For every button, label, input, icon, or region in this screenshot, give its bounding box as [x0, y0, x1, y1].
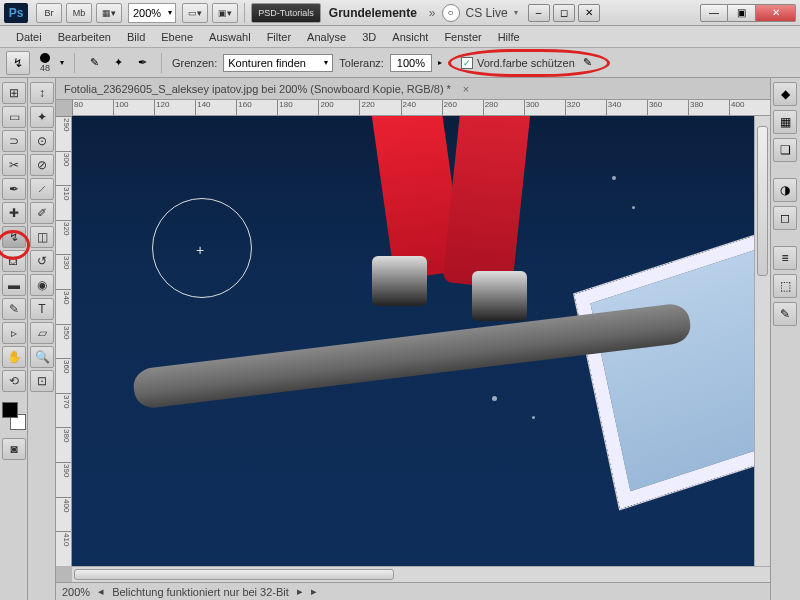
inner-close-button[interactable]: ✕: [578, 4, 600, 22]
magic-wand-tool[interactable]: ✦: [30, 106, 54, 128]
horizontal-scrollbar[interactable]: [72, 566, 770, 582]
brush-dot-icon: [40, 53, 50, 63]
zoom-tool[interactable]: 🔍: [30, 346, 54, 368]
color-panel-icon[interactable]: ◆: [773, 82, 797, 106]
workspace-psd-tutorials[interactable]: PSD-Tutorials: [251, 3, 321, 23]
ruler-tick: 260: [442, 100, 483, 115]
menu-auswahl[interactable]: Auswahl: [201, 28, 259, 46]
paths-panel-icon[interactable]: ✎: [773, 302, 797, 326]
menu-bild[interactable]: Bild: [119, 28, 153, 46]
protect-foreground-checkbox[interactable]: ✓: [461, 57, 473, 69]
scrollbar-thumb[interactable]: [757, 126, 768, 276]
cs-live-label[interactable]: CS Live: [460, 6, 514, 20]
menu-datei[interactable]: Datei: [8, 28, 50, 46]
arrange-button[interactable]: ▭▾: [182, 3, 208, 23]
minimize-button[interactable]: —: [700, 4, 728, 22]
inner-window-buttons: – ◻ ✕: [528, 4, 600, 22]
close-button[interactable]: ✕: [756, 4, 796, 22]
lasso-tool[interactable]: ⊃: [2, 130, 26, 152]
menu-filter[interactable]: Filter: [259, 28, 299, 46]
type-tool[interactable]: T: [30, 298, 54, 320]
sampling-icon[interactable]: ✦: [109, 54, 127, 72]
document-tab-close-icon[interactable]: ×: [459, 82, 473, 96]
menu-bearbeiten[interactable]: Bearbeiten: [50, 28, 119, 46]
grenzen-dropdown[interactable]: Konturen finden: [223, 54, 333, 72]
maximize-button[interactable]: ▣: [728, 4, 756, 22]
scrollbar-thumb[interactable]: [74, 569, 394, 580]
inner-max-button[interactable]: ◻: [553, 4, 575, 22]
tablet-pressure-icon[interactable]: ✎: [579, 54, 597, 72]
zoom-selector[interactable]: 200%: [128, 3, 176, 23]
adjustments-panel-icon[interactable]: ◑: [773, 178, 797, 202]
swatches-panel-icon[interactable]: ▦: [773, 110, 797, 134]
status-nav-right-icon[interactable]: ▸: [297, 585, 303, 598]
menu-analyse[interactable]: Analyse: [299, 28, 354, 46]
marquee-tool[interactable]: ▭: [2, 106, 26, 128]
channels-panel-icon[interactable]: ⬚: [773, 274, 797, 298]
history-brush-tool[interactable]: ↺: [30, 250, 54, 272]
menu-3d[interactable]: 3D: [354, 28, 384, 46]
ruler-tick: 300: [56, 151, 71, 186]
3d-rotate-tool[interactable]: ⟲: [2, 370, 26, 392]
quick-mask-tool[interactable]: ◙: [2, 438, 26, 460]
styles-panel-icon[interactable]: ❏: [773, 138, 797, 162]
inner-min-button[interactable]: –: [528, 4, 550, 22]
eyedropper-tool[interactable]: ✒: [2, 178, 26, 200]
brush-options-icon[interactable]: ✎: [85, 54, 103, 72]
toleranz-field[interactable]: 100%: [390, 54, 432, 72]
cs-live-icon[interactable]: ○: [442, 4, 460, 22]
background-eraser-tool[interactable]: ↯: [2, 226, 26, 248]
eyedropper-icon[interactable]: ✒: [133, 54, 151, 72]
crop-tool[interactable]: ✂: [2, 154, 26, 176]
color-swatches[interactable]: [2, 402, 26, 430]
document-tab[interactable]: Fotolia_23629605_S_aleksey ipatov.jpg be…: [56, 78, 770, 100]
masks-panel-icon[interactable]: ◻: [773, 206, 797, 230]
canvas[interactable]: +: [72, 116, 754, 566]
hand-tool[interactable]: ✋: [2, 346, 26, 368]
ruler-tick: 200: [318, 100, 359, 115]
ruler-tick: 340: [56, 289, 71, 324]
gradient-tool[interactable]: ▬: [2, 274, 26, 296]
quick-selection-tool[interactable]: ⊙: [30, 130, 54, 152]
3d-camera-tool[interactable]: ⊡: [30, 370, 54, 392]
status-nav-left-icon[interactable]: ◂: [98, 585, 104, 598]
minibridge-button[interactable]: Mb: [66, 3, 92, 23]
layers-panel-icon[interactable]: ≡: [773, 246, 797, 270]
horizontal-ruler[interactable]: 80 100 120 140 160 180 200 220 240 260 2…: [72, 100, 770, 116]
move-tool[interactable]: ⊞: [2, 82, 26, 104]
eraser-tool[interactable]: ◫: [30, 226, 54, 248]
menu-ebene[interactable]: Ebene: [153, 28, 201, 46]
toleranz-flyout-icon[interactable]: ▸: [438, 58, 442, 67]
workspace-grundelemente[interactable]: Grundelemente: [323, 6, 423, 20]
tool-preset-icon[interactable]: ↯: [6, 51, 30, 75]
vertical-ruler[interactable]: 290 300 310 320 330 340 350 360 370 380 …: [56, 116, 72, 566]
brush-tool[interactable]: ✐: [30, 202, 54, 224]
cs-live-dropdown-icon[interactable]: ▾: [514, 8, 518, 17]
path-selection-tool[interactable]: ▹: [2, 322, 26, 344]
vertical-scrollbar[interactable]: [754, 116, 770, 566]
brush-preview[interactable]: 48: [40, 53, 50, 73]
workspace-more-icon[interactable]: »: [423, 6, 442, 20]
view-extras-button[interactable]: ▦▾: [96, 3, 122, 23]
ruler-tick: 340: [606, 100, 647, 115]
menu-ansicht[interactable]: Ansicht: [384, 28, 436, 46]
canvas-frame-shape: [574, 223, 754, 510]
clone-stamp-tool[interactable]: ⛋: [2, 250, 26, 272]
menu-fenster[interactable]: Fenster: [436, 28, 489, 46]
screen-mode-button[interactable]: ▣▾: [212, 3, 238, 23]
status-zoom[interactable]: 200%: [62, 586, 90, 598]
blur-tool[interactable]: ◉: [30, 274, 54, 296]
move-alt-tool[interactable]: ↕: [30, 82, 54, 104]
status-flyout-icon[interactable]: ▸: [311, 585, 317, 598]
healing-brush-tool[interactable]: ✚: [2, 202, 26, 224]
ruler-tool[interactable]: ⟋: [30, 178, 54, 200]
foreground-color-swatch[interactable]: [2, 402, 18, 418]
brush-dropdown-icon[interactable]: ▾: [60, 58, 64, 67]
shape-tool[interactable]: ▱: [30, 322, 54, 344]
slice-tool[interactable]: ⊘: [30, 154, 54, 176]
bridge-button[interactable]: Br: [36, 3, 62, 23]
right-panel-dock: ◆ ▦ ❏ ◑ ◻ ≡ ⬚ ✎: [770, 78, 800, 600]
protect-foreground-label: Vord.farbe schützen: [477, 57, 575, 69]
menu-hilfe[interactable]: Hilfe: [490, 28, 528, 46]
pen-tool[interactable]: ✎: [2, 298, 26, 320]
